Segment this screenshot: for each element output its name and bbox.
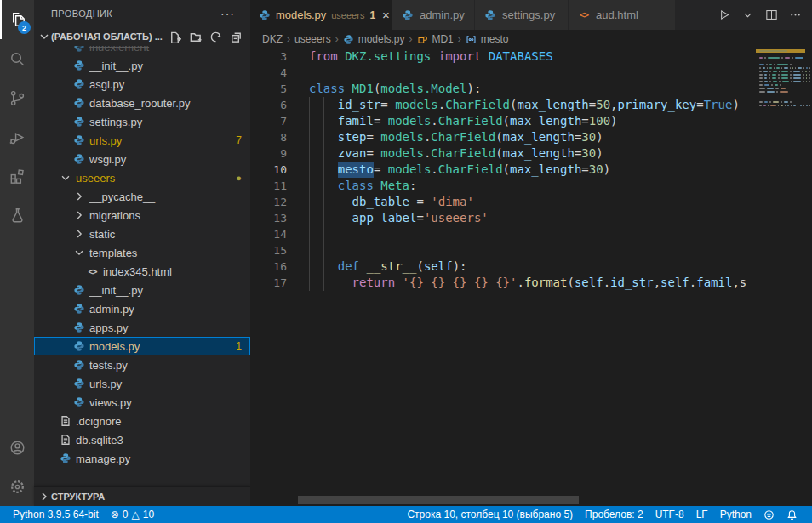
breadcrumb-item-models.py[interactable]: models.py [343, 33, 405, 45]
code-token[interactable]: . [431, 113, 437, 129]
code-token[interactable]: self [424, 259, 453, 275]
code-token[interactable]: = [409, 194, 431, 210]
close-icon[interactable]: × [382, 8, 390, 22]
code-token[interactable]: = [581, 162, 588, 178]
code-token[interactable]: __str__ [366, 259, 416, 275]
code-token[interactable]: ( [495, 145, 502, 162]
code-token[interactable]: from [309, 48, 338, 65]
code-token[interactable]: = [696, 97, 703, 113]
code-token[interactable]: format [524, 275, 568, 291]
code-token[interactable]: self [660, 275, 689, 291]
code-token[interactable]: . [424, 145, 431, 162]
code-line-12[interactable]: 12 db_table = 'dima' [250, 194, 812, 210]
code-token[interactable]: 30 [581, 129, 596, 145]
code-token[interactable]: = [374, 113, 388, 129]
views-and-more-actions-button[interactable]: ··· [220, 7, 235, 20]
tree-item-tests.py[interactable]: tests.py [34, 355, 250, 374]
code-token[interactable]: models [380, 145, 424, 162]
feedback[interactable] [758, 506, 781, 523]
minimap[interactable] [756, 48, 812, 506]
activity-item-settings[interactable] [0, 467, 34, 506]
collapse-all-button[interactable] [228, 29, 243, 44]
code-token[interactable]: models [395, 97, 438, 113]
new-file-button[interactable] [167, 29, 182, 44]
tree-item-apps.py[interactable]: apps.py [34, 318, 250, 337]
activity-item-run-debug[interactable] [0, 117, 34, 156]
code-token[interactable]: models.Model [380, 81, 466, 97]
code-token[interactable]: '{} {} {} {} {}' [403, 275, 518, 291]
indentation[interactable]: Пробелов: 2 [579, 506, 649, 523]
code-line-16[interactable]: 16 def __str__(self): [250, 259, 812, 275]
code-line-13[interactable]: 13 app_label='useeers' [250, 210, 812, 226]
refresh-button[interactable] [208, 29, 223, 44]
code-token[interactable]: CharField [431, 129, 495, 145]
code-token[interactable]: 30 [589, 162, 603, 178]
code-token[interactable]: CharField [438, 162, 503, 178]
notifications[interactable] [781, 506, 803, 523]
activity-item-explorer[interactable]: 2 [0, 0, 34, 39]
tree-item-models.py[interactable]: models.py1 [34, 337, 250, 355]
code-token[interactable]: self [575, 275, 603, 291]
code-token[interactable]: . [603, 275, 610, 291]
code-line-14[interactable]: 14 [250, 226, 812, 242]
code-token[interactable]: famil [696, 275, 732, 291]
code-token[interactable]: app_label [352, 210, 417, 226]
code-token[interactable]: max_length [503, 129, 575, 145]
code-token[interactable]: ( [495, 129, 502, 145]
code-token[interactable]: db_table [352, 194, 409, 210]
code-token[interactable]: id_str [338, 97, 381, 113]
code-token[interactable]: MD1 [352, 81, 374, 97]
activity-item-search[interactable] [0, 39, 34, 78]
code-token[interactable]: ( [503, 162, 510, 178]
tree-item-database_roouter.py[interactable]: database_roouter.py [34, 94, 250, 112]
code-token[interactable]: = [366, 145, 380, 162]
code-token[interactable] [374, 178, 380, 194]
code-token[interactable]: ( [503, 113, 510, 129]
code-line-5[interactable]: 5class MD1(models.Model): [250, 81, 812, 97]
code-token[interactable]: DATABASES [489, 48, 553, 65]
tab-settings.py[interactable]: settings.py [475, 0, 569, 30]
outline-section-header[interactable]: СТРУКТУРА [34, 486, 250, 506]
tab-admin.py[interactable]: admin.py [392, 0, 475, 30]
code-token[interactable] [481, 48, 488, 65]
code-token[interactable] [359, 259, 366, 275]
code-line-7[interactable]: 7 famil= models.CharField(max_length=100… [250, 113, 812, 129]
code-token[interactable]: max_length [510, 113, 581, 129]
code-line-11[interactable]: 11 class Meta: [250, 178, 812, 194]
code-token[interactable]: max_length [517, 97, 588, 113]
code-token[interactable]: return [352, 275, 396, 291]
tree-item-__init__.py[interactable]: __init__.py [34, 56, 250, 75]
tree-item-static[interactable]: static [34, 225, 250, 243]
tab-models.py[interactable]: models.pyuseeers1× [250, 0, 392, 30]
activity-item-accounts[interactable] [0, 428, 34, 467]
run-dropdown-button[interactable] [737, 5, 758, 26]
code-token[interactable] [309, 275, 352, 291]
tree-item-admin.py[interactable]: admin.py [34, 299, 250, 318]
code-token[interactable]: zvan [338, 145, 367, 162]
code-token[interactable]: ) [603, 162, 610, 178]
language-mode[interactable]: Python [714, 506, 758, 523]
breadcrumb-item-useeers[interactable]: useeers [294, 33, 331, 45]
tree-item-wsgi.py[interactable]: wsgi.py [34, 150, 250, 168]
tree-item-urls.py[interactable]: urls.py7 [34, 131, 250, 150]
cursor-position[interactable]: Строка 10, столбец 10 (выбрано 5) [401, 506, 579, 523]
code-token[interactable]: CharField [431, 145, 495, 162]
split-editor-button[interactable] [761, 5, 781, 26]
code-token[interactable]: models [380, 129, 424, 145]
code-token[interactable]: DKZ.settings [345, 48, 431, 65]
code-token[interactable]: models [388, 162, 432, 178]
breadcrumb-item-DKZ[interactable]: DKZ [262, 33, 283, 45]
tree-item-templates[interactable]: templates [34, 243, 250, 262]
code-token[interactable] [309, 210, 352, 226]
code-line-9[interactable]: 9 zvan= models.CharField(max_length=30) [250, 145, 812, 162]
code-token[interactable]: = [575, 145, 581, 162]
tree-item-__init__.py[interactable]: __init__.py [34, 281, 250, 299]
code-token[interactable]: class [338, 178, 374, 194]
code-token[interactable]: max_length [510, 162, 581, 178]
tree-item-views.py[interactable]: views.py [34, 393, 250, 412]
new-folder-button[interactable] [187, 29, 203, 44]
code-token[interactable]: 'dima' [431, 194, 474, 210]
code-token[interactable]: ) [596, 129, 603, 145]
code-token[interactable]: = [416, 210, 423, 226]
python-interpreter[interactable]: Python 3.9.5 64-bit [7, 506, 105, 523]
